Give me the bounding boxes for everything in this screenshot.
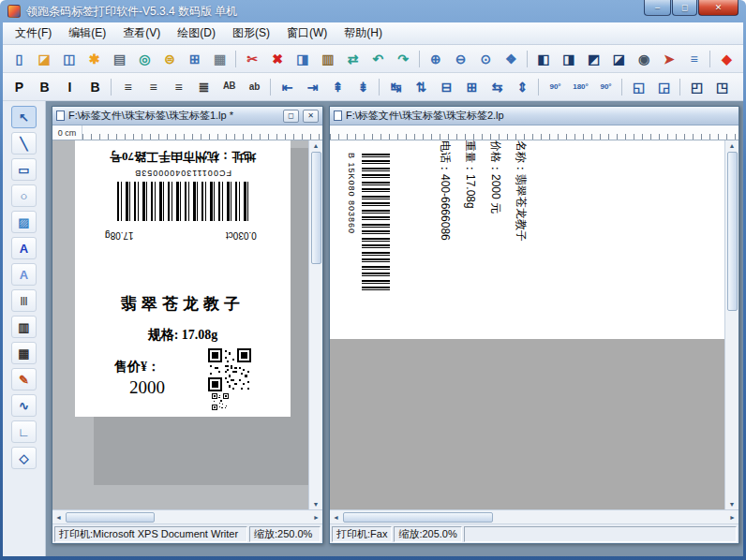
address-text-flipped[interactable]: 地址：杭州市由手工路70号 [75, 148, 291, 165]
align-top-icon[interactable]: ◩ [582, 48, 605, 70]
doc2-canvas[interactable]: B 15K080 803860 名称：翡翠苍龙教子价格：2000 元重量：17.… [330, 140, 724, 509]
doc1-horizontal-scrollbar[interactable]: ◄ ► [52, 509, 322, 523]
italic-icon[interactable]: I [58, 76, 82, 98]
doc1-restore-button[interactable]: ◻ [283, 110, 299, 123]
group-icon[interactable]: ◱ [627, 76, 650, 98]
bold-serif-icon[interactable]: B [83, 76, 107, 98]
copy-icon[interactable]: ◨ [291, 48, 315, 70]
align-right-icon[interactable]: ◨ [557, 48, 580, 70]
barcode-vertical[interactable] [362, 154, 390, 294]
scroll-right-icon[interactable]: ► [726, 512, 739, 523]
rotate-180-icon[interactable]: 180° [569, 76, 592, 98]
scroll-left-icon[interactable]: ◄ [330, 512, 342, 523]
menu-item[interactable]: 帮助(H) [336, 22, 391, 44]
scroll-down-icon[interactable]: ▼ [310, 499, 322, 509]
label-text-line[interactable]: 电话：400-6666086 [427, 140, 453, 328]
menu-item[interactable]: 窗口(W) [278, 22, 336, 44]
push-right-icon[interactable]: ⇥ [301, 76, 324, 98]
label-text-line[interactable]: 重量：17.08g [453, 140, 478, 328]
bold-icon[interactable]: B [33, 76, 56, 98]
redo-icon[interactable]: ↷ [392, 48, 415, 70]
swap-icon[interactable]: ⇄ [341, 48, 365, 70]
barcode[interactable] [117, 182, 248, 221]
arc-text-tool[interactable]: A [11, 263, 37, 286]
v-space-icon[interactable]: ⇅ [410, 76, 433, 98]
menu-item[interactable]: 绘图(D) [169, 22, 224, 44]
send-back-icon[interactable]: ◳ [710, 76, 734, 98]
scroll-up-icon[interactable]: ▲ [726, 140, 739, 151]
scroll-up-icon[interactable]: ▲ [310, 140, 322, 151]
text-tool[interactable]: A [11, 237, 37, 259]
line-tool[interactable]: ╲ [11, 132, 37, 155]
menu-item[interactable]: 编辑(E) [60, 22, 114, 44]
abc-icon[interactable]: ab [243, 76, 266, 98]
font-p-icon[interactable]: P [7, 76, 31, 98]
cut-icon[interactable]: ✂ [241, 48, 264, 70]
print-icon[interactable]: ▤ [108, 48, 131, 70]
qrcode-tool[interactable]: ▦ [11, 342, 37, 364]
push-bottom-icon[interactable]: ⇟ [351, 76, 375, 98]
price-label-text[interactable]: 售价¥： [114, 359, 160, 376]
pencil-tool[interactable]: ✎ [11, 368, 37, 391]
settings-icon[interactable]: ✱ [82, 48, 106, 70]
zoom-in-icon[interactable]: ⊕ [425, 48, 448, 70]
push-top-icon[interactable]: ⇞ [326, 76, 350, 98]
ungroup-icon[interactable]: ◲ [652, 76, 676, 98]
center-v-icon[interactable]: ⊞ [460, 76, 484, 98]
image-tool[interactable]: ▨ [11, 211, 37, 233]
doc1-title-bar[interactable]: F:\标签文件\珠宝标签\珠宝标签1.lp * ◻ ✕ [52, 107, 322, 125]
barcode2-tool[interactable]: ▥ [11, 316, 37, 338]
view-icon[interactable]: ◉ [633, 48, 656, 70]
scroll-thumb[interactable] [311, 152, 321, 264]
open-icon[interactable]: ◪ [33, 48, 56, 70]
doc2-title-bar[interactable]: F:\标签文件\珠宝标签\珠宝标签2.lp [330, 107, 739, 125]
push-left-icon[interactable]: ⇤ [276, 76, 299, 98]
scroll-thumb[interactable] [727, 152, 738, 311]
equal-width-icon[interactable]: ⇆ [485, 76, 509, 98]
center-h-icon[interactable]: ⊟ [435, 76, 458, 98]
zoom-fit-icon[interactable]: ⊙ [474, 48, 498, 70]
rotate-left-90-icon[interactable]: 90° [544, 76, 567, 98]
paste-icon[interactable]: ▥ [316, 48, 339, 70]
new-icon[interactable]: ▯ [7, 48, 31, 70]
undo-icon[interactable]: ↶ [366, 48, 390, 70]
pan-icon[interactable]: ❖ [500, 48, 523, 70]
label-text-line[interactable]: 名称：翡翠苍龙教子 [503, 140, 529, 328]
doc1-canvas[interactable]: 地址：杭州市由手工路70号 FC00111304000053B 17.08g 0… [52, 140, 308, 509]
pointer-icon[interactable]: ➤ [658, 48, 681, 70]
label-page-2[interactable]: B 15K080 803860 名称：翡翠苍龙教子价格：2000 元重量：17.… [330, 140, 724, 339]
equal-height-icon[interactable]: ⇕ [511, 76, 534, 98]
curve-tool[interactable]: ∿ [11, 394, 37, 417]
product-name-text[interactable]: 翡翠苍龙教子 [75, 293, 291, 315]
save-icon[interactable]: ◫ [58, 48, 82, 70]
close-button[interactable]: ✕ [698, 0, 739, 16]
carat-text-flipped[interactable]: 0.030ct [226, 230, 257, 241]
rotate-right-90-icon[interactable]: 90° [594, 76, 618, 98]
menu-item[interactable]: 文件(F) [7, 22, 60, 44]
ellipse-tool[interactable]: ○ [11, 184, 37, 207]
bring-front-icon[interactable]: ◰ [685, 76, 709, 98]
scroll-thumb[interactable] [343, 512, 493, 523]
barcode-caption-vertical[interactable]: B 15K080 803860 [345, 153, 356, 293]
print-preview-icon[interactable]: ◎ [133, 48, 157, 70]
qr-code-small[interactable] [212, 393, 229, 410]
align-bottom-icon[interactable]: ◪ [607, 48, 631, 70]
barcode-tool[interactable]: ||| [11, 289, 37, 312]
rect-tool[interactable]: ▭ [11, 158, 37, 181]
barcode-caption-flipped[interactable]: FC00111304000053B [117, 169, 248, 178]
corner-tool[interactable]: ∟ [11, 420, 37, 443]
price-value-text[interactable]: 2000 [129, 377, 165, 398]
grid-icon[interactable]: ⊞ [183, 48, 206, 70]
database-icon[interactable]: ⊜ [158, 48, 182, 70]
table-icon[interactable]: ▦ [208, 48, 231, 70]
node-tool[interactable]: ◇ [11, 447, 37, 469]
case-icon[interactable]: ᴬᴮ [217, 76, 241, 98]
title-bar[interactable]: 领跑条码标签打印软件-V5.3.4 数码版 单机 – ◻ ✕ [0, 0, 746, 22]
doc2-vertical-scrollbar[interactable]: ▲ ▼ [724, 140, 739, 509]
align-text-center-icon[interactable]: ≡ [142, 76, 165, 98]
zoom-out-icon[interactable]: ⊖ [449, 48, 472, 70]
align-left-icon[interactable]: ◧ [532, 48, 556, 70]
scroll-left-icon[interactable]: ◄ [52, 512, 65, 523]
delete-icon[interactable]: ✖ [266, 48, 290, 70]
h-space-icon[interactable]: ↹ [384, 76, 408, 98]
